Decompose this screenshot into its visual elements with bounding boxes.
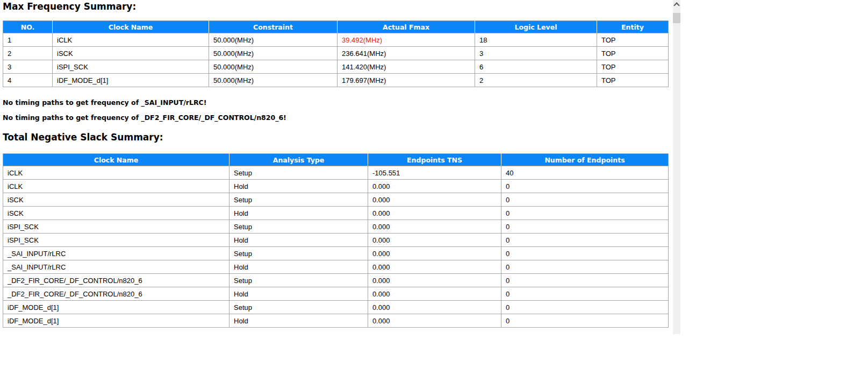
cell-fmax: 236.641(MHz)	[338, 47, 475, 60]
cell-endpoints: 0	[501, 207, 669, 220]
no-timing-paths-message-1: No timing paths to get frequency of _SAI…	[3, 98, 673, 107]
column-header: Constraint	[209, 21, 338, 33]
cell-logic: 18	[475, 33, 597, 47]
table-row: _SAI_INPUT/rLRCHold0.0000	[3, 260, 669, 274]
cell-logic: 6	[475, 60, 597, 74]
table-row: iSPI_SCKSetup0.0000	[3, 220, 669, 234]
cell-clock: _DF2_FIR_CORE/_DF_CONTROL/n820_6	[3, 274, 229, 287]
table-row: iSPI_SCKHold0.0000	[3, 234, 669, 247]
timing-report-pane: Max Frequency Summary: NO.Clock NameCons…	[0, 0, 673, 335]
cell-endpoints: 0	[501, 260, 669, 274]
column-header: Endpoints TNS	[368, 154, 501, 166]
total-negative-slack-summary-title: Total Negative Slack Summary:	[3, 132, 673, 143]
cell-tns: 0.000	[368, 180, 501, 193]
cell-fmax: 39.492(MHz)	[338, 33, 475, 47]
table-row: _DF2_FIR_CORE/_DF_CONTROL/n820_6Setup0.0…	[3, 274, 669, 287]
cell-clock: iSPI_SCK	[53, 60, 209, 74]
cell-fmax: 179.697(MHz)	[338, 74, 475, 87]
cell-tns: 0.000	[368, 247, 501, 260]
cell-no: 4	[3, 74, 53, 87]
chevron-up-icon	[673, 2, 679, 8]
cell-analysis: Hold	[229, 260, 368, 274]
cell-entity: TOP	[597, 74, 669, 87]
cell-constraint: 50.000(MHz)	[209, 47, 338, 60]
cell-endpoints: 0	[501, 287, 669, 301]
cell-analysis: Setup	[229, 301, 368, 314]
cell-endpoints: 0	[501, 234, 669, 247]
cell-tns: 0.000	[368, 287, 501, 301]
cell-analysis: Setup	[229, 220, 368, 234]
table-row: _DF2_FIR_CORE/_DF_CONTROL/n820_6Hold0.00…	[3, 287, 669, 301]
cell-clock: iDF_MODE_d[1]	[53, 74, 209, 87]
cell-endpoints: 0	[501, 193, 669, 207]
cell-endpoints: 0	[501, 180, 669, 193]
cell-tns: 0.000	[368, 314, 501, 328]
column-header: Actual Fmax	[338, 21, 475, 33]
cell-clock: iCLK	[3, 166, 229, 180]
total-negative-slack-table: Clock NameAnalysis TypeEndpoints TNSNumb…	[3, 153, 669, 328]
table-row: iSCKHold0.0000	[3, 207, 669, 220]
scroll-up-button[interactable]	[673, 0, 680, 9]
cell-endpoints: 40	[501, 166, 669, 180]
max-frequency-table-header-row: NO.Clock NameConstraintActual FmaxLogic …	[3, 21, 669, 33]
cell-analysis: Setup	[229, 166, 368, 180]
vertical-scrollbar[interactable]	[673, 0, 680, 334]
max-frequency-summary-title: Max Frequency Summary:	[3, 1, 673, 12]
cell-clock: iDF_MODE_d[1]	[3, 314, 229, 328]
table-row: iDF_MODE_d[1]Hold0.0000	[3, 314, 669, 328]
cell-logic: 2	[475, 74, 597, 87]
cell-endpoints: 0	[501, 220, 669, 234]
column-header: Clock Name	[53, 21, 209, 33]
cell-entity: TOP	[597, 60, 669, 74]
cell-tns: 0.000	[368, 220, 501, 234]
cell-tns: 0.000	[368, 274, 501, 287]
table-row: iCLKHold0.0000	[3, 180, 669, 193]
cell-analysis: Setup	[229, 274, 368, 287]
cell-constraint: 50.000(MHz)	[209, 33, 338, 47]
cell-clock: iCLK	[53, 33, 209, 47]
cell-tns: 0.000	[368, 301, 501, 314]
cell-clock: iSPI_SCK	[3, 234, 229, 247]
cell-clock: _DF2_FIR_CORE/_DF_CONTROL/n820_6	[3, 287, 229, 301]
cell-clock: _SAI_INPUT/rLRC	[3, 260, 229, 274]
cell-clock: _SAI_INPUT/rLRC	[3, 247, 229, 260]
no-timing-paths-message-2: No timing paths to get frequency of _DF2…	[3, 114, 673, 122]
column-header: Logic Level	[475, 21, 597, 33]
table-row: 2iSCK50.000(MHz)236.641(MHz)3TOP	[3, 47, 669, 60]
cell-no: 2	[3, 47, 53, 60]
scrollbar-thumb[interactable]	[673, 13, 680, 23]
cell-clock: iSCK	[3, 207, 229, 220]
cell-analysis: Hold	[229, 234, 368, 247]
column-header: NO.	[3, 21, 53, 33]
cell-entity: TOP	[597, 33, 669, 47]
table-row: iDF_MODE_d[1]Setup0.0000	[3, 301, 669, 314]
cell-tns: -105.551	[368, 166, 501, 180]
cell-clock: iSCK	[53, 47, 209, 60]
column-header: Analysis Type	[229, 154, 368, 166]
column-header: Entity	[597, 21, 669, 33]
column-header: Number of Endpoints	[501, 154, 669, 166]
cell-no: 3	[3, 60, 53, 74]
cell-endpoints: 0	[501, 247, 669, 260]
cell-analysis: Hold	[229, 180, 368, 193]
cell-clock: iSPI_SCK	[3, 220, 229, 234]
cell-analysis: Hold	[229, 207, 368, 220]
cell-logic: 3	[475, 47, 597, 60]
cell-analysis: Hold	[229, 287, 368, 301]
tns-table-header-row: Clock NameAnalysis TypeEndpoints TNSNumb…	[3, 154, 669, 166]
cell-fmax: 141.420(MHz)	[338, 60, 475, 74]
table-row: _SAI_INPUT/rLRCSetup0.0000	[3, 247, 669, 260]
cell-analysis: Hold	[229, 314, 368, 328]
cell-tns: 0.000	[368, 193, 501, 207]
cell-no: 1	[3, 33, 53, 47]
column-header: Clock Name	[3, 154, 229, 166]
cell-clock: iDF_MODE_d[1]	[3, 301, 229, 314]
table-row: 1iCLK50.000(MHz)39.492(MHz)18TOP	[3, 33, 669, 47]
cell-clock: iCLK	[3, 180, 229, 193]
cell-constraint: 50.000(MHz)	[209, 60, 338, 74]
table-row: 4iDF_MODE_d[1]50.000(MHz)179.697(MHz)2TO…	[3, 74, 669, 87]
cell-tns: 0.000	[368, 207, 501, 220]
cell-endpoints: 0	[501, 274, 669, 287]
cell-analysis: Setup	[229, 193, 368, 207]
cell-endpoints: 0	[501, 314, 669, 328]
